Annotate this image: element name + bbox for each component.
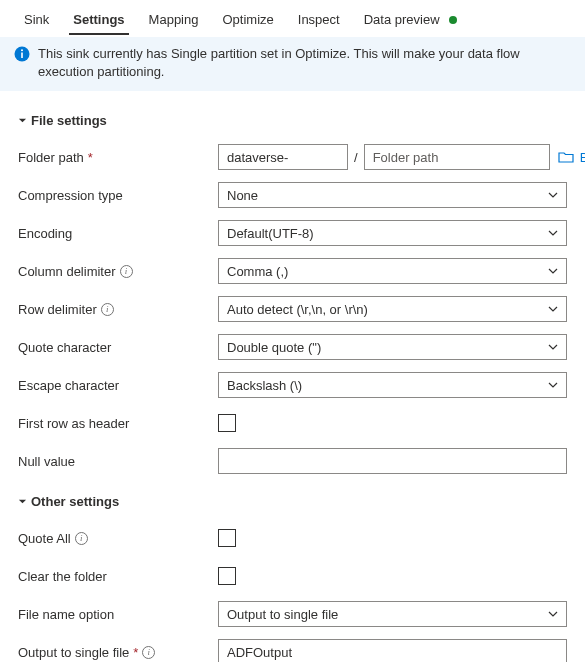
- label-first-row-header: First row as header: [18, 416, 218, 431]
- file-name-option-select[interactable]: Output to single file: [218, 601, 567, 627]
- browse-button[interactable]: Browse: [558, 150, 585, 165]
- svg-rect-1: [21, 53, 23, 59]
- required-asterisk: *: [88, 150, 93, 165]
- info-icon: [14, 45, 30, 81]
- row-delimiter-select[interactable]: Auto detect (\r,\n, or \r\n): [218, 296, 567, 322]
- tab-data-preview-label: Data preview: [364, 12, 440, 27]
- section-other-settings[interactable]: Other settings: [18, 490, 567, 519]
- info-banner-text: This sink currently has Single partition…: [38, 45, 571, 81]
- tab-data-preview[interactable]: Data preview: [352, 6, 470, 37]
- label-column-delimiter: Column delimiter i: [18, 264, 218, 279]
- label-clear-folder: Clear the folder: [18, 569, 218, 584]
- column-delimiter-select[interactable]: Comma (,): [218, 258, 567, 284]
- section-other-settings-label: Other settings: [31, 494, 119, 509]
- label-escape-character: Escape character: [18, 378, 218, 393]
- label-row-delimiter: Row delimiter i: [18, 302, 218, 317]
- tab-bar: Sink Settings Mapping Optimize Inspect D…: [0, 0, 585, 37]
- info-icon[interactable]: i: [142, 646, 155, 659]
- required-asterisk: *: [133, 645, 138, 660]
- section-file-settings[interactable]: File settings: [18, 109, 567, 138]
- browse-label: Browse: [580, 150, 585, 165]
- section-file-settings-label: File settings: [31, 113, 107, 128]
- label-compression-type: Compression type: [18, 188, 218, 203]
- info-banner: This sink currently has Single partition…: [0, 37, 585, 91]
- first-row-header-checkbox[interactable]: [218, 414, 236, 432]
- compression-type-select[interactable]: None: [218, 182, 567, 208]
- chevron-down-icon: [18, 116, 27, 125]
- svg-point-2: [21, 49, 23, 51]
- quote-all-checkbox[interactable]: [218, 529, 236, 547]
- tab-sink[interactable]: Sink: [12, 6, 61, 37]
- status-dot-icon: [449, 16, 457, 24]
- folder-icon: [558, 150, 574, 164]
- label-file-name-option: File name option: [18, 607, 218, 622]
- info-icon[interactable]: i: [75, 532, 88, 545]
- label-folder-path: Folder path *: [18, 150, 218, 165]
- tab-settings[interactable]: Settings: [61, 6, 136, 37]
- info-icon[interactable]: i: [120, 265, 133, 278]
- folder-path-input-1[interactable]: [218, 144, 348, 170]
- output-single-file-input[interactable]: [218, 639, 567, 662]
- label-quote-all: Quote All i: [18, 531, 218, 546]
- info-icon[interactable]: i: [101, 303, 114, 316]
- chevron-down-icon: [18, 497, 27, 506]
- label-null-value: Null value: [18, 454, 218, 469]
- path-separator: /: [354, 150, 358, 165]
- label-encoding: Encoding: [18, 226, 218, 241]
- escape-character-select[interactable]: Backslash (\): [218, 372, 567, 398]
- label-output-single-file: Output to single file * i: [18, 645, 218, 660]
- tab-mapping[interactable]: Mapping: [137, 6, 211, 37]
- folder-path-input-2[interactable]: [364, 144, 550, 170]
- label-quote-character: Quote character: [18, 340, 218, 355]
- quote-character-select[interactable]: Double quote ("): [218, 334, 567, 360]
- tab-optimize[interactable]: Optimize: [210, 6, 285, 37]
- null-value-input[interactable]: [218, 448, 567, 474]
- clear-folder-checkbox[interactable]: [218, 567, 236, 585]
- tab-inspect[interactable]: Inspect: [286, 6, 352, 37]
- encoding-select[interactable]: Default(UTF-8): [218, 220, 567, 246]
